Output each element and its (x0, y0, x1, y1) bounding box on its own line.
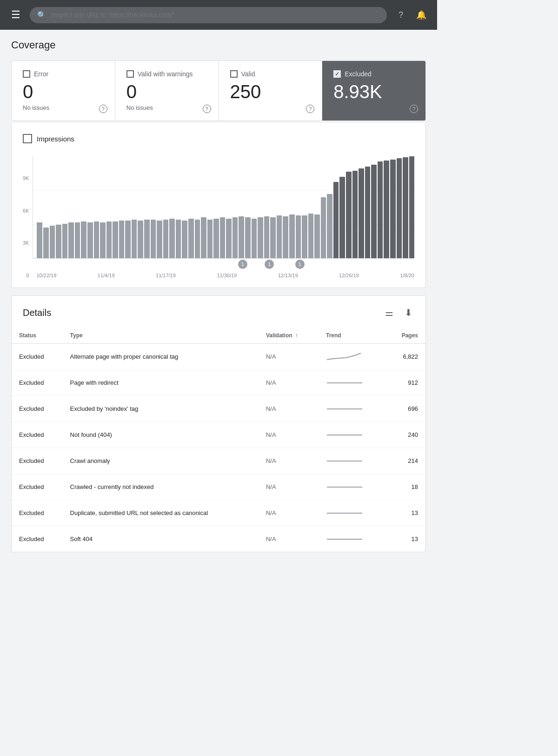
stat-error-header: Error (23, 70, 104, 78)
bar (144, 220, 150, 258)
trend-svg (326, 402, 363, 414)
cell-type: Excluded by 'noindex' tag (63, 396, 259, 422)
bar (188, 219, 194, 258)
cell-type: Soft 404 (63, 526, 259, 552)
bar (68, 222, 74, 258)
search-icon: 🔍 (37, 11, 46, 20)
stat-error-sub: No issues (23, 104, 104, 111)
bar (270, 217, 276, 258)
stat-excluded[interactable]: ✓ Excluded 8.93K ? (322, 61, 425, 120)
bar (314, 214, 320, 258)
search-box[interactable]: 🔍 (30, 7, 387, 23)
y-tick-3k: 3K (23, 241, 29, 246)
cell-pages: 13 (385, 500, 425, 526)
bar (277, 215, 282, 258)
impressions-checkbox[interactable] (23, 134, 32, 143)
bar (207, 220, 213, 258)
stat-valid-warnings[interactable]: Valid with warnings 0 No issues ? (115, 61, 219, 120)
table-row[interactable]: ExcludedCrawl anomalyN/A214 (12, 448, 425, 474)
bar (125, 221, 131, 258)
stat-valid-warnings-sub: No issues (126, 104, 207, 111)
topbar: ☰ 🔍 ? 🔔 (0, 0, 437, 30)
trend-svg (326, 428, 363, 440)
notification-icon[interactable]: 🔔 (413, 7, 430, 23)
bar (302, 215, 307, 258)
stat-valid-warnings-value: 0 (126, 81, 207, 102)
x-labels: 10/22/19 11/4/19 11/17/19 11/30/19 12/13… (33, 273, 414, 278)
cell-type: Not found (404) (63, 422, 259, 448)
stat-valid[interactable]: Valid 250 ? (219, 61, 323, 120)
stat-valid-warnings-header: Valid with warnings (126, 70, 207, 78)
table-row[interactable]: ExcludedExcluded by 'noindex' tagN/A696 (12, 396, 425, 422)
bar (283, 216, 288, 258)
filter-icon[interactable]: ⚌ (383, 305, 395, 320)
bar (81, 221, 86, 258)
chart-section: Impressions 9K 6K 3K 0 1 1 1 (11, 123, 426, 288)
cell-validation: N/A (259, 396, 319, 422)
cell-trend (319, 344, 385, 370)
marker-2: 1 (265, 260, 274, 269)
bar (346, 172, 352, 258)
stat-valid-value: 250 (230, 81, 311, 102)
cell-status: Excluded (12, 422, 63, 448)
cell-pages: 240 (385, 422, 425, 448)
help-icon[interactable]: ? (392, 7, 409, 23)
th-validation[interactable]: Validation ↑ (259, 328, 319, 344)
checkmark-icon: ✓ (335, 71, 339, 77)
table-row[interactable]: ExcludedDuplicate, submitted URL not sel… (12, 500, 425, 526)
cell-pages: 912 (385, 370, 425, 396)
bar (252, 219, 257, 258)
bar (169, 219, 175, 258)
excluded-checkbox[interactable]: ✓ (333, 70, 341, 78)
x-label-1: 11/4/19 (98, 273, 115, 278)
bar (50, 226, 55, 258)
bar (106, 221, 112, 258)
cell-status: Excluded (12, 448, 63, 474)
bar (403, 157, 408, 258)
header-row: Status Type Validation ↑ Trend Pages (12, 328, 425, 344)
impressions-label: Impressions (37, 135, 74, 143)
bar (182, 221, 187, 258)
menu-button[interactable]: ☰ (7, 5, 24, 25)
x-label-2: 11/17/19 (156, 273, 176, 278)
excluded-help-icon[interactable]: ? (410, 105, 418, 113)
y-tick-9k: 9K (23, 176, 29, 181)
error-help-icon[interactable]: ? (99, 105, 107, 113)
bar (157, 221, 162, 258)
table-row[interactable]: ExcludedNot found (404)N/A240 (12, 422, 425, 448)
table-row[interactable]: ExcludedAlternate page with proper canon… (12, 344, 425, 370)
valid-checkbox[interactable] (230, 70, 238, 78)
valid-help-icon[interactable]: ? (306, 105, 314, 113)
markers-row: 1 1 1 (33, 260, 414, 270)
bar (264, 216, 270, 258)
cell-validation: N/A (259, 526, 319, 552)
stat-error-value: 0 (23, 81, 104, 102)
cell-validation: N/A (259, 370, 319, 396)
trend-svg (326, 376, 363, 388)
table-row[interactable]: ExcludedSoft 404N/A13 (12, 526, 425, 552)
bar (390, 160, 396, 258)
x-label-5: 12/26/19 (339, 273, 359, 278)
cell-trend (319, 500, 385, 526)
th-type: Type (63, 328, 259, 344)
download-icon[interactable]: ⬇ (403, 305, 414, 320)
marker-3: 1 (295, 260, 305, 269)
bar (296, 215, 301, 258)
table-row[interactable]: ExcludedPage with redirectN/A912 (12, 370, 425, 396)
bar (62, 224, 68, 258)
x-label-3: 11/30/19 (217, 273, 237, 278)
trend-svg (326, 533, 363, 544)
trend-svg (326, 455, 363, 466)
error-checkbox[interactable] (23, 70, 30, 78)
bar (321, 197, 326, 258)
cell-type: Duplicate, submitted URL not selected as… (63, 500, 259, 526)
stat-error[interactable]: Error 0 No issues ? (12, 61, 115, 120)
valid-warnings-checkbox[interactable] (126, 70, 134, 78)
search-input[interactable] (51, 11, 379, 19)
valid-warnings-help-icon[interactable]: ? (203, 105, 211, 113)
cell-status: Excluded (12, 370, 63, 396)
table-row[interactable]: ExcludedCrawled - currently not indexedN… (12, 474, 425, 500)
page-content: Coverage Error 0 No issues ? Valid with … (0, 30, 437, 562)
details-actions: ⚌ ⬇ (383, 305, 414, 320)
th-validation-label: Validation ↑ (266, 332, 311, 339)
